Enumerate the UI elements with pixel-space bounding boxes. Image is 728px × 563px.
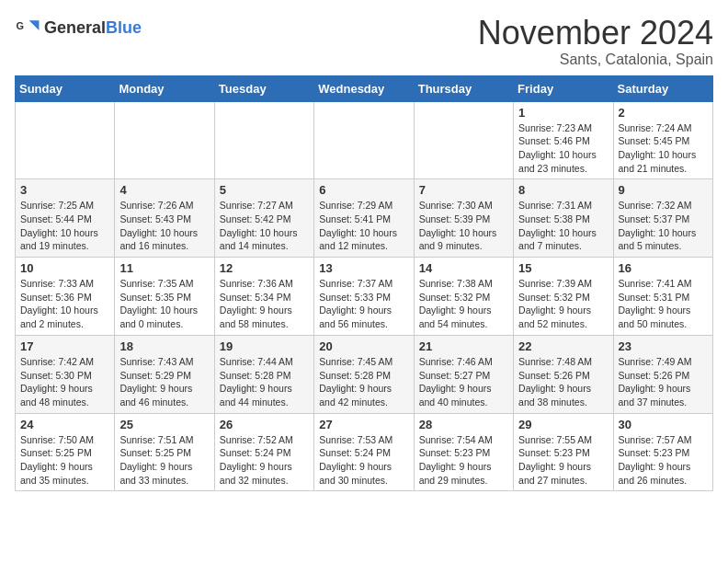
day-info: Sunrise: 7:29 AM Sunset: 5:41 PM Dayligh… [319, 199, 408, 253]
day-number: 18 [119, 339, 209, 353]
day-info: Sunrise: 7:39 AM Sunset: 5:32 PM Dayligh… [518, 277, 608, 331]
day-cell: 4Sunrise: 7:26 AM Sunset: 5:43 PM Daylig… [115, 179, 214, 258]
day-cell: 18Sunrise: 7:43 AM Sunset: 5:29 PM Dayli… [115, 335, 214, 413]
day-number: 5 [220, 183, 309, 197]
svg-marker-1 [29, 20, 40, 30]
day-info: Sunrise: 7:43 AM Sunset: 5:29 PM Dayligh… [119, 355, 209, 409]
day-number: 28 [419, 418, 508, 431]
day-cell: 12Sunrise: 7:36 AM Sunset: 5:34 PM Dayli… [214, 258, 313, 336]
day-number: 27 [319, 418, 408, 431]
day-number: 24 [20, 418, 109, 431]
day-cell: 20Sunrise: 7:45 AM Sunset: 5:28 PM Dayli… [314, 335, 414, 413]
day-cell: 27Sunrise: 7:53 AM Sunset: 5:24 PM Dayli… [314, 413, 414, 491]
logo-general: GeneralBlue [44, 18, 142, 38]
day-cell: 28Sunrise: 7:54 AM Sunset: 5:23 PM Dayli… [414, 413, 513, 491]
day-info: Sunrise: 7:35 AM Sunset: 5:35 PM Dayligh… [119, 277, 209, 331]
day-cell: 16Sunrise: 7:41 AM Sunset: 5:31 PM Dayli… [613, 258, 712, 336]
day-cell: 15Sunrise: 7:39 AM Sunset: 5:32 PM Dayli… [514, 258, 613, 336]
day-cell [214, 101, 313, 179]
day-number: 29 [518, 418, 608, 431]
day-cell: 19Sunrise: 7:44 AM Sunset: 5:28 PM Dayli… [214, 335, 313, 413]
day-number: 11 [119, 261, 209, 275]
day-cell: 6Sunrise: 7:29 AM Sunset: 5:41 PM Daylig… [314, 179, 414, 258]
day-number: 2 [619, 106, 708, 120]
day-cell: 13Sunrise: 7:37 AM Sunset: 5:33 PM Dayli… [314, 258, 414, 336]
day-info: Sunrise: 7:33 AM Sunset: 5:36 PM Dayligh… [20, 277, 109, 331]
week-row-1: 1Sunrise: 7:23 AM Sunset: 5:46 PM Daylig… [16, 101, 713, 179]
day-number: 26 [220, 418, 309, 431]
day-cell: 3Sunrise: 7:25 AM Sunset: 5:44 PM Daylig… [16, 179, 115, 258]
day-info: Sunrise: 7:25 AM Sunset: 5:44 PM Dayligh… [20, 199, 109, 253]
header-cell-saturday: Saturday [613, 75, 712, 101]
header-area: G GeneralBlue November 2024 Sants, Catal… [15, 15, 713, 68]
day-cell: 9Sunrise: 7:32 AM Sunset: 5:37 PM Daylig… [613, 179, 712, 258]
day-cell [414, 101, 513, 179]
day-cell [115, 101, 214, 179]
day-info: Sunrise: 7:44 AM Sunset: 5:28 PM Dayligh… [220, 355, 309, 409]
day-info: Sunrise: 7:54 AM Sunset: 5:23 PM Dayligh… [419, 433, 508, 488]
day-number: 25 [119, 418, 209, 431]
day-number: 13 [319, 261, 408, 275]
day-number: 7 [419, 183, 508, 197]
day-info: Sunrise: 7:26 AM Sunset: 5:43 PM Dayligh… [119, 199, 209, 253]
day-cell: 10Sunrise: 7:33 AM Sunset: 5:36 PM Dayli… [16, 258, 115, 336]
day-cell: 29Sunrise: 7:55 AM Sunset: 5:23 PM Dayli… [514, 413, 613, 491]
day-cell: 14Sunrise: 7:38 AM Sunset: 5:32 PM Dayli… [414, 258, 513, 336]
day-number: 30 [619, 418, 708, 431]
day-number: 6 [319, 183, 408, 197]
day-cell: 24Sunrise: 7:50 AM Sunset: 5:25 PM Dayli… [16, 413, 115, 491]
logo-icon: G [15, 15, 40, 40]
day-info: Sunrise: 7:45 AM Sunset: 5:28 PM Dayligh… [319, 355, 408, 409]
day-info: Sunrise: 7:42 AM Sunset: 5:30 PM Dayligh… [20, 355, 109, 409]
title-area: November 2024 Sants, Catalonia, Spain [478, 15, 713, 68]
day-number: 4 [119, 183, 209, 197]
day-info: Sunrise: 7:48 AM Sunset: 5:26 PM Dayligh… [518, 355, 608, 409]
day-info: Sunrise: 7:51 AM Sunset: 5:25 PM Dayligh… [119, 433, 209, 488]
day-info: Sunrise: 7:27 AM Sunset: 5:42 PM Dayligh… [220, 199, 309, 253]
day-number: 17 [20, 339, 109, 353]
header-row: SundayMondayTuesdayWednesdayThursdayFrid… [16, 75, 713, 101]
day-cell: 2Sunrise: 7:24 AM Sunset: 5:45 PM Daylig… [613, 101, 712, 179]
day-number: 20 [319, 339, 408, 353]
svg-text:G: G [17, 20, 24, 31]
day-number: 8 [518, 183, 608, 197]
day-number: 12 [220, 261, 309, 275]
logo: G GeneralBlue [15, 15, 142, 40]
day-number: 19 [220, 339, 309, 353]
header-cell-thursday: Thursday [414, 75, 513, 101]
day-info: Sunrise: 7:50 AM Sunset: 5:25 PM Dayligh… [20, 433, 109, 488]
day-info: Sunrise: 7:57 AM Sunset: 5:23 PM Dayligh… [619, 433, 708, 488]
header-cell-wednesday: Wednesday [314, 75, 414, 101]
day-cell: 7Sunrise: 7:30 AM Sunset: 5:39 PM Daylig… [414, 179, 513, 258]
location-title: Sants, Catalonia, Spain [478, 52, 713, 68]
day-info: Sunrise: 7:46 AM Sunset: 5:27 PM Dayligh… [419, 355, 508, 409]
week-row-4: 17Sunrise: 7:42 AM Sunset: 5:30 PM Dayli… [16, 335, 713, 413]
day-cell: 22Sunrise: 7:48 AM Sunset: 5:26 PM Dayli… [514, 335, 613, 413]
day-info: Sunrise: 7:38 AM Sunset: 5:32 PM Dayligh… [419, 277, 508, 331]
week-row-5: 24Sunrise: 7:50 AM Sunset: 5:25 PM Dayli… [16, 413, 713, 491]
day-number: 9 [619, 183, 708, 197]
day-cell: 21Sunrise: 7:46 AM Sunset: 5:27 PM Dayli… [414, 335, 513, 413]
day-cell: 11Sunrise: 7:35 AM Sunset: 5:35 PM Dayli… [115, 258, 214, 336]
week-row-3: 10Sunrise: 7:33 AM Sunset: 5:36 PM Dayli… [16, 258, 713, 336]
day-info: Sunrise: 7:55 AM Sunset: 5:23 PM Dayligh… [518, 433, 608, 488]
week-row-2: 3Sunrise: 7:25 AM Sunset: 5:44 PM Daylig… [16, 179, 713, 258]
day-cell: 8Sunrise: 7:31 AM Sunset: 5:38 PM Daylig… [514, 179, 613, 258]
day-info: Sunrise: 7:32 AM Sunset: 5:37 PM Dayligh… [619, 199, 708, 253]
calendar-table: SundayMondayTuesdayWednesdayThursdayFrid… [15, 75, 713, 492]
day-number: 10 [20, 261, 109, 275]
day-cell: 23Sunrise: 7:49 AM Sunset: 5:26 PM Dayli… [613, 335, 712, 413]
day-number: 23 [619, 339, 708, 353]
day-info: Sunrise: 7:53 AM Sunset: 5:24 PM Dayligh… [319, 433, 408, 488]
day-info: Sunrise: 7:49 AM Sunset: 5:26 PM Dayligh… [619, 355, 708, 409]
day-number: 14 [419, 261, 508, 275]
day-info: Sunrise: 7:41 AM Sunset: 5:31 PM Dayligh… [619, 277, 708, 331]
day-number: 22 [518, 339, 608, 353]
header-cell-sunday: Sunday [16, 75, 115, 101]
day-cell [16, 101, 115, 179]
day-number: 3 [20, 183, 109, 197]
header-cell-tuesday: Tuesday [214, 75, 313, 101]
day-cell: 30Sunrise: 7:57 AM Sunset: 5:23 PM Dayli… [613, 413, 712, 491]
day-cell: 5Sunrise: 7:27 AM Sunset: 5:42 PM Daylig… [214, 179, 313, 258]
day-cell: 26Sunrise: 7:52 AM Sunset: 5:24 PM Dayli… [214, 413, 313, 491]
